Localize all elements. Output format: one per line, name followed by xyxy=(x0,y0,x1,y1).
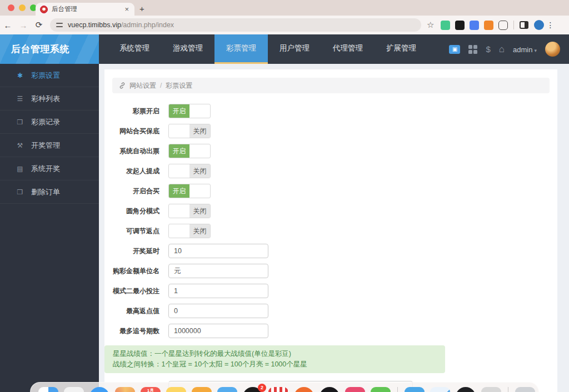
finder-icon[interactable] xyxy=(38,387,58,392)
gift-icon[interactable] xyxy=(468,45,477,54)
nav-tab-4[interactable]: 用户管理 xyxy=(268,34,321,64)
toggle-switch[interactable]: 关闭 xyxy=(168,204,211,218)
form-row-7: 可调节返点关闭 xyxy=(104,221,557,241)
sidebar-item-5[interactable]: ▤系统开奖 xyxy=(0,157,99,180)
dollar-icon[interactable]: $ xyxy=(486,45,490,53)
tab-close-icon[interactable]: × xyxy=(123,5,130,13)
split-view-icon[interactable] xyxy=(520,21,528,29)
player-icon[interactable] xyxy=(345,387,365,392)
toggle-on-side: 开启 xyxy=(169,184,189,198)
form-label: 开奖延时 xyxy=(104,247,159,256)
main-nav: 系统管理游戏管理彩票管理用户管理代理管理扩展管理 xyxy=(108,34,428,64)
wechat-icon[interactable] xyxy=(371,387,391,392)
breadcrumb-section[interactable]: 网站设置 xyxy=(129,81,156,91)
admin-menu[interactable]: admin▾ xyxy=(513,44,537,54)
list-icon: ☰ xyxy=(15,95,25,103)
form-label: 开启合买 xyxy=(104,187,159,196)
text-field[interactable] xyxy=(168,324,268,338)
form-row-12: 最多追号期数 xyxy=(104,321,557,341)
new-tab-button[interactable]: + xyxy=(139,4,144,13)
url-text: vuecp.timibbs.vip/admin.php/index xyxy=(68,21,174,29)
nav-tab-2[interactable]: 游戏管理 xyxy=(161,34,214,64)
text-field[interactable] xyxy=(168,284,268,298)
music-icon[interactable]: 2 xyxy=(243,387,263,392)
recorder-extension-icon[interactable] xyxy=(441,21,450,30)
bookmark-star-icon[interactable]: ☆ xyxy=(427,20,434,30)
nav-tab-6[interactable]: 扩展管理 xyxy=(375,34,428,64)
stack-icon[interactable] xyxy=(515,387,535,392)
toggle-switch[interactable]: 关闭 xyxy=(168,224,211,238)
toggle-switch[interactable]: 关闭 xyxy=(168,164,211,178)
sidebar-item-2[interactable]: ☰彩种列表 xyxy=(0,87,99,110)
back-button[interactable]: ← xyxy=(0,21,16,30)
breadcrumb: 网站设置 / 彩票设置 xyxy=(112,78,550,93)
notice-box: 星星战绩值：一个星星达到转化的最大战绩值(单位是彩豆) 战绩之间转换：1个皇冠 … xyxy=(104,345,445,373)
header-right: ▣ $ ⌂ admin▾ xyxy=(449,34,560,64)
firefox-icon[interactable] xyxy=(294,387,314,392)
pen-app-icon[interactable] xyxy=(430,387,450,392)
text-field[interactable] xyxy=(168,244,268,258)
sidebar-item-3[interactable]: ❒彩票记录 xyxy=(0,110,99,134)
video-app-icon[interactable] xyxy=(268,387,288,392)
minimize-window-button[interactable] xyxy=(19,4,26,11)
form-row-1: 彩票开启开启 xyxy=(104,101,557,121)
book-icon: ❒ xyxy=(15,118,25,126)
sidebar-item-6[interactable]: ❒删除订单 xyxy=(0,180,99,204)
cards-icon: ▤ xyxy=(15,165,25,173)
form-label: 圆角分模式 xyxy=(104,207,159,216)
metamask-extension-icon[interactable] xyxy=(484,21,493,30)
photos-icon[interactable] xyxy=(115,387,135,392)
compose-icon[interactable] xyxy=(192,387,212,392)
camera-extension-icon[interactable] xyxy=(455,21,465,30)
breadcrumb-separator: / xyxy=(160,82,162,89)
url-host: vuecp.timibbs.vip xyxy=(68,21,121,29)
puzzle-extensions-icon[interactable] xyxy=(498,21,508,30)
close-window-button[interactable] xyxy=(8,4,14,11)
form-row-6: 圆角分模式关闭 xyxy=(104,201,557,221)
forward-button[interactable]: → xyxy=(16,21,31,30)
sidebar-item-label: 系统开奖 xyxy=(31,164,60,174)
toggle-switch[interactable]: 开启 xyxy=(168,144,211,158)
toggle-on-side: 开启 xyxy=(169,104,189,118)
notes-icon[interactable] xyxy=(166,387,186,392)
twitter-icon[interactable] xyxy=(217,387,237,392)
nav-tab-5[interactable]: 代理管理 xyxy=(321,34,375,64)
admin-label[interactable]: admin xyxy=(513,46,532,54)
sidebar-item-4[interactable]: ⚒开奖管理 xyxy=(0,134,99,157)
toggle-switch[interactable]: 开启 xyxy=(168,104,211,118)
nav-tab-1[interactable]: 系统管理 xyxy=(108,34,161,64)
home-icon[interactable]: ⌂ xyxy=(499,44,505,54)
settings-form: 彩票开启开启网站合买保底关闭系统自动出票开启发起人提成关闭开启合买开启圆角分模式… xyxy=(104,101,557,341)
text-field[interactable] xyxy=(168,304,268,318)
macos-dock: 1月2 xyxy=(30,382,539,392)
url-bar[interactable]: vuecp.timibbs.vip/admin.php/index xyxy=(50,18,421,32)
ruler-pencil-icon[interactable] xyxy=(481,387,501,392)
message-icon[interactable]: ▣ xyxy=(449,45,460,54)
profile-avatar-icon[interactable] xyxy=(534,20,544,30)
reload-button[interactable]: ⟳ xyxy=(31,20,47,30)
toggle-switch[interactable]: 关闭 xyxy=(168,124,211,138)
form-row-8: 开奖延时 xyxy=(104,241,557,261)
safari-icon[interactable] xyxy=(89,387,109,392)
form-row-5: 开启合买开启 xyxy=(104,181,557,201)
book-icon: ❒ xyxy=(15,188,25,196)
browser-tab[interactable]: 后台管理 × xyxy=(36,3,134,16)
cursor-extension-icon[interactable] xyxy=(470,21,479,30)
form-row-4: 发起人提成关闭 xyxy=(104,161,557,181)
browser-menu-icon[interactable]: ⋮ xyxy=(546,21,554,29)
calendar-icon[interactable]: 1月 xyxy=(141,387,161,392)
text-field[interactable] xyxy=(168,264,268,278)
notice-line-2: 战绩之间转换：1个皇冠 = 10个太阳 = 100个月亮 = 1000个星星 xyxy=(113,359,437,370)
site-settings-icon[interactable] xyxy=(56,21,63,29)
launchpad-icon[interactable] xyxy=(64,387,84,392)
nav-tab-3[interactable]: 彩票管理 xyxy=(214,34,268,64)
toggle-on-side: 开启 xyxy=(169,144,189,158)
user-avatar[interactable] xyxy=(545,42,560,57)
form-row-9: 购彩金额单位名 xyxy=(104,261,557,281)
telegram-icon[interactable] xyxy=(405,387,425,392)
toggle-switch[interactable]: 开启 xyxy=(168,184,211,198)
sidebar-item-1[interactable]: ✱彩票设置 xyxy=(0,64,99,87)
form-label: 网站合买保底 xyxy=(104,127,159,136)
github-icon[interactable] xyxy=(320,387,340,392)
terminal-icon[interactable] xyxy=(456,387,476,392)
